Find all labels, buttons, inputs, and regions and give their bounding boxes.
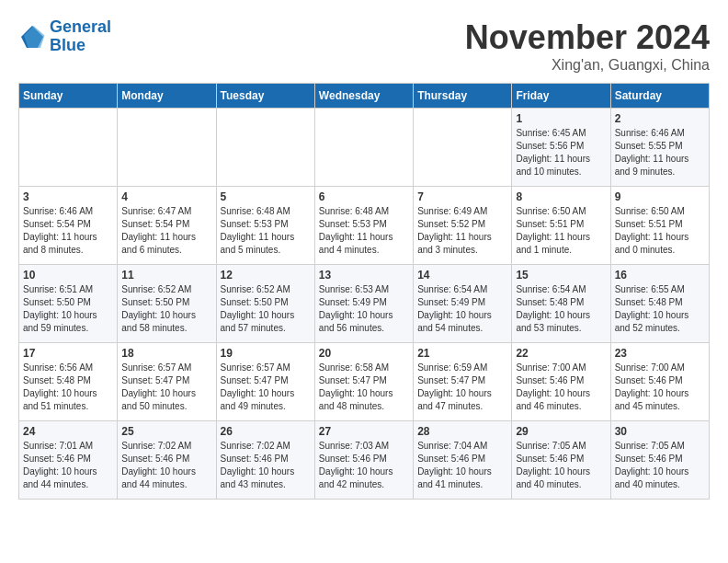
day-info: Sunrise: 7:02 AM Sunset: 5:46 PM Dayligh… bbox=[121, 440, 211, 491]
header-row: SundayMondayTuesdayWednesdayThursdayFrid… bbox=[19, 84, 710, 109]
day-cell: 3Sunrise: 6:46 AM Sunset: 5:54 PM Daylig… bbox=[19, 187, 118, 265]
day-number: 29 bbox=[516, 425, 606, 438]
day-info: Sunrise: 7:05 AM Sunset: 5:46 PM Dayligh… bbox=[516, 440, 606, 491]
day-info: Sunrise: 6:50 AM Sunset: 5:51 PM Dayligh… bbox=[516, 205, 606, 257]
day-number: 10 bbox=[23, 269, 113, 282]
day-cell: 17Sunrise: 6:56 AM Sunset: 5:48 PM Dayli… bbox=[19, 343, 118, 421]
day-cell: 10Sunrise: 6:51 AM Sunset: 5:50 PM Dayli… bbox=[19, 265, 118, 343]
day-number: 13 bbox=[319, 269, 409, 282]
day-info: Sunrise: 6:56 AM Sunset: 5:48 PM Dayligh… bbox=[23, 362, 113, 413]
day-cell: 22Sunrise: 7:00 AM Sunset: 5:46 PM Dayli… bbox=[512, 343, 610, 421]
day-info: Sunrise: 6:52 AM Sunset: 5:50 PM Dayligh… bbox=[221, 283, 311, 335]
col-header-saturday: Saturday bbox=[610, 84, 709, 109]
day-cell: 7Sunrise: 6:49 AM Sunset: 5:52 PM Daylig… bbox=[414, 187, 512, 265]
day-number: 22 bbox=[516, 347, 606, 360]
day-info: Sunrise: 7:00 AM Sunset: 5:46 PM Dayligh… bbox=[615, 362, 705, 413]
calendar-table: SundayMondayTuesdayWednesdayThursdayFrid… bbox=[18, 83, 710, 500]
day-number: 16 bbox=[615, 269, 705, 282]
day-number: 5 bbox=[221, 190, 311, 203]
day-info: Sunrise: 7:04 AM Sunset: 5:46 PM Dayligh… bbox=[417, 440, 507, 491]
week-row-4: 17Sunrise: 6:56 AM Sunset: 5:48 PM Dayli… bbox=[19, 343, 710, 421]
day-info: Sunrise: 7:03 AM Sunset: 5:46 PM Dayligh… bbox=[319, 440, 409, 491]
day-cell bbox=[414, 109, 512, 187]
week-row-5: 24Sunrise: 7:01 AM Sunset: 5:46 PM Dayli… bbox=[19, 421, 710, 500]
logo-icon bbox=[18, 23, 46, 51]
day-cell: 1Sunrise: 6:45 AM Sunset: 5:56 PM Daylig… bbox=[512, 109, 610, 187]
location: Xing'an, Guangxi, China bbox=[465, 57, 710, 74]
day-cell: 2Sunrise: 6:46 AM Sunset: 5:55 PM Daylig… bbox=[610, 109, 709, 187]
day-cell: 21Sunrise: 6:59 AM Sunset: 5:47 PM Dayli… bbox=[414, 343, 512, 421]
week-row-3: 10Sunrise: 6:51 AM Sunset: 5:50 PM Dayli… bbox=[19, 265, 710, 343]
day-number: 4 bbox=[121, 190, 211, 203]
day-cell: 26Sunrise: 7:02 AM Sunset: 5:46 PM Dayli… bbox=[216, 421, 314, 500]
day-number: 24 bbox=[23, 425, 113, 438]
col-header-tuesday: Tuesday bbox=[216, 84, 314, 109]
day-number: 18 bbox=[121, 347, 211, 360]
day-info: Sunrise: 7:01 AM Sunset: 5:46 PM Dayligh… bbox=[23, 440, 113, 491]
day-info: Sunrise: 7:00 AM Sunset: 5:46 PM Dayligh… bbox=[516, 362, 606, 413]
day-info: Sunrise: 6:46 AM Sunset: 5:55 PM Dayligh… bbox=[615, 127, 705, 178]
day-cell bbox=[216, 109, 314, 187]
day-cell: 29Sunrise: 7:05 AM Sunset: 5:46 PM Dayli… bbox=[512, 421, 610, 500]
day-cell: 15Sunrise: 6:54 AM Sunset: 5:48 PM Dayli… bbox=[512, 265, 610, 343]
day-info: Sunrise: 6:52 AM Sunset: 5:50 PM Dayligh… bbox=[121, 283, 211, 335]
day-number: 30 bbox=[615, 425, 705, 438]
day-info: Sunrise: 7:02 AM Sunset: 5:46 PM Dayligh… bbox=[221, 440, 311, 491]
day-number: 6 bbox=[319, 190, 409, 203]
logo-line1: General bbox=[50, 17, 111, 36]
day-cell: 12Sunrise: 6:52 AM Sunset: 5:50 PM Dayli… bbox=[216, 265, 314, 343]
week-row-2: 3Sunrise: 6:46 AM Sunset: 5:54 PM Daylig… bbox=[19, 187, 710, 265]
svg-marker-1 bbox=[24, 26, 45, 48]
day-cell: 5Sunrise: 6:48 AM Sunset: 5:53 PM Daylig… bbox=[216, 187, 314, 265]
day-number: 12 bbox=[221, 269, 311, 282]
day-info: Sunrise: 6:54 AM Sunset: 5:49 PM Dayligh… bbox=[417, 283, 507, 335]
day-cell: 13Sunrise: 6:53 AM Sunset: 5:49 PM Dayli… bbox=[314, 265, 413, 343]
day-number: 21 bbox=[417, 347, 507, 360]
col-header-monday: Monday bbox=[118, 84, 216, 109]
day-number: 23 bbox=[615, 347, 705, 360]
day-info: Sunrise: 6:50 AM Sunset: 5:51 PM Dayligh… bbox=[615, 205, 705, 257]
day-number: 17 bbox=[23, 347, 113, 360]
day-cell: 18Sunrise: 6:57 AM Sunset: 5:47 PM Dayli… bbox=[118, 343, 216, 421]
day-info: Sunrise: 6:55 AM Sunset: 5:48 PM Dayligh… bbox=[615, 283, 705, 335]
day-info: Sunrise: 6:57 AM Sunset: 5:47 PM Dayligh… bbox=[221, 362, 311, 413]
day-number: 27 bbox=[319, 425, 409, 438]
day-cell: 16Sunrise: 6:55 AM Sunset: 5:48 PM Dayli… bbox=[610, 265, 709, 343]
month-title: November 2024 bbox=[465, 18, 710, 57]
day-info: Sunrise: 6:57 AM Sunset: 5:47 PM Dayligh… bbox=[121, 362, 211, 413]
day-number: 2 bbox=[615, 112, 705, 125]
day-number: 19 bbox=[221, 347, 311, 360]
day-info: Sunrise: 6:49 AM Sunset: 5:52 PM Dayligh… bbox=[417, 205, 507, 257]
day-cell: 9Sunrise: 6:50 AM Sunset: 5:51 PM Daylig… bbox=[610, 187, 709, 265]
day-cell: 19Sunrise: 6:57 AM Sunset: 5:47 PM Dayli… bbox=[216, 343, 314, 421]
day-number: 20 bbox=[319, 347, 409, 360]
day-number: 7 bbox=[417, 190, 507, 203]
day-info: Sunrise: 6:45 AM Sunset: 5:56 PM Dayligh… bbox=[516, 127, 606, 178]
day-cell: 6Sunrise: 6:48 AM Sunset: 5:53 PM Daylig… bbox=[314, 187, 413, 265]
day-cell bbox=[118, 109, 216, 187]
week-row-1: 1Sunrise: 6:45 AM Sunset: 5:56 PM Daylig… bbox=[19, 109, 710, 187]
day-number: 8 bbox=[516, 190, 606, 203]
day-cell: 28Sunrise: 7:04 AM Sunset: 5:46 PM Dayli… bbox=[414, 421, 512, 500]
page-header: General Blue November 2024 Xing'an, Guan… bbox=[18, 18, 710, 74]
day-cell: 30Sunrise: 7:05 AM Sunset: 5:46 PM Dayli… bbox=[610, 421, 709, 500]
day-number: 25 bbox=[121, 425, 211, 438]
logo-text: General Blue bbox=[50, 18, 111, 55]
day-cell: 27Sunrise: 7:03 AM Sunset: 5:46 PM Dayli… bbox=[314, 421, 413, 500]
day-cell bbox=[19, 109, 118, 187]
day-info: Sunrise: 7:05 AM Sunset: 5:46 PM Dayligh… bbox=[615, 440, 705, 491]
logo: General Blue bbox=[18, 18, 111, 55]
day-number: 14 bbox=[417, 269, 507, 282]
logo-line2: Blue bbox=[50, 36, 85, 54]
day-number: 15 bbox=[516, 269, 606, 282]
day-info: Sunrise: 6:58 AM Sunset: 5:47 PM Dayligh… bbox=[319, 362, 409, 413]
title-block: November 2024 Xing'an, Guangxi, China bbox=[465, 18, 710, 74]
day-info: Sunrise: 6:54 AM Sunset: 5:48 PM Dayligh… bbox=[516, 283, 606, 335]
day-info: Sunrise: 6:47 AM Sunset: 5:54 PM Dayligh… bbox=[121, 205, 211, 257]
col-header-friday: Friday bbox=[512, 84, 610, 109]
col-header-sunday: Sunday bbox=[19, 84, 118, 109]
day-info: Sunrise: 6:51 AM Sunset: 5:50 PM Dayligh… bbox=[23, 283, 113, 335]
day-cell: 8Sunrise: 6:50 AM Sunset: 5:51 PM Daylig… bbox=[512, 187, 610, 265]
day-number: 26 bbox=[221, 425, 311, 438]
day-number: 1 bbox=[516, 112, 606, 125]
